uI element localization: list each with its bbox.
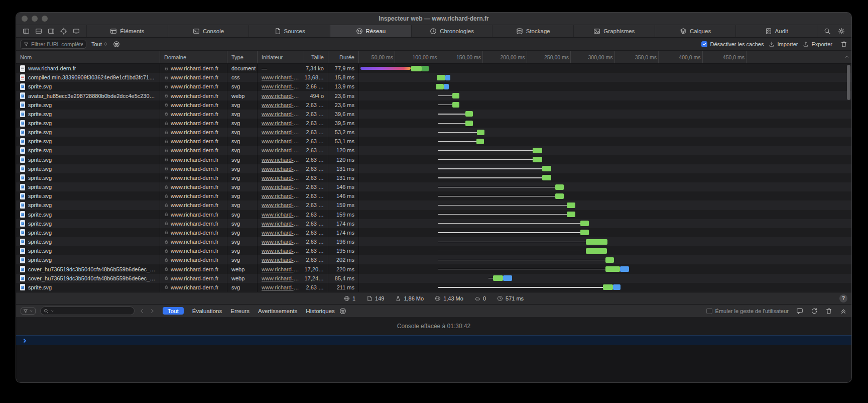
circle-filter-icon[interactable] (339, 308, 346, 315)
console-search-input[interactable] (56, 308, 131, 314)
emulate-user-gesture-checkbox[interactable] (706, 308, 712, 314)
url-filter-input[interactable] (31, 41, 83, 47)
disable-caches-toggle[interactable]: Désactiver les caches (701, 41, 764, 47)
titlebar[interactable]: Inspecteur web — www.richard-dern.fr (16, 13, 851, 25)
chevron-up-icon[interactable] (844, 54, 849, 59)
tab-console[interactable]: Console (168, 25, 249, 37)
initiator-link[interactable]: www.richard-d… (262, 102, 300, 108)
tab-elements[interactable]: Éléments (86, 25, 168, 37)
resource-type-select[interactable]: Tout (91, 41, 108, 47)
initiator-link[interactable]: www.richard-d… (262, 239, 300, 245)
initiator-link[interactable]: www.richard-d… (262, 275, 300, 281)
initiator-link[interactable]: www.richard-d… (262, 202, 300, 208)
console-tab-avertissements[interactable]: Avertissements (258, 308, 297, 314)
tab-storage[interactable]: Stockage (492, 25, 573, 37)
request-row[interactable]: avatar_hu85ecc3e298728880b0bde2dcc4e5c23… (16, 91, 851, 100)
console-tab-erreurs[interactable]: Erreurs (230, 308, 250, 314)
initiator-link[interactable]: www.richard-d… (262, 212, 300, 218)
request-row[interactable]: sprite.svgwww.richard-dern.frsvgwww.rich… (16, 155, 851, 164)
console-tab-tout[interactable]: Tout (163, 307, 184, 315)
initiator-link[interactable]: www.richard-d… (262, 157, 300, 163)
initiator-link[interactable]: www.richard-d… (262, 221, 300, 227)
initiator-link[interactable]: www.richard-d… (262, 111, 300, 117)
trash-icon[interactable] (825, 308, 832, 315)
initiator-link[interactable]: www.richard-d… (262, 184, 300, 190)
initiator-link[interactable]: www.richard-d… (262, 93, 300, 99)
tab-sources[interactable]: Sources (249, 25, 330, 37)
initiator-link[interactable]: www.richard-d… (262, 193, 300, 199)
tab-graphics[interactable]: Graphismes (573, 25, 655, 37)
tab-layers[interactable]: Calques (655, 25, 736, 37)
target-icon[interactable] (60, 28, 67, 35)
column-header-domaine[interactable]: Domaine (160, 51, 227, 63)
circle-filter-icon[interactable] (113, 41, 120, 48)
request-row[interactable]: sprite.svgwww.richard-dern.frsvgwww.rich… (16, 255, 851, 264)
initiator-link[interactable]: www.richard-d… (262, 248, 300, 254)
sidebar-left-icon[interactable] (23, 28, 30, 35)
request-row[interactable]: sprite.svgwww.richard-dern.frsvgwww.rich… (16, 200, 851, 210)
initiator-link[interactable]: www.richard-d… (262, 284, 300, 290)
column-header-durée[interactable]: Durée (328, 51, 359, 63)
initiator-link[interactable]: www.richard-d… (262, 175, 300, 181)
request-row[interactable]: cover_hu736519dc3b5040cfa48b6b559b6de6ec… (16, 274, 851, 283)
column-header-nom[interactable]: Nom (16, 51, 160, 63)
reload-icon[interactable] (811, 308, 818, 315)
request-row[interactable]: sprite.svgwww.richard-dern.frsvgwww.rich… (16, 119, 851, 128)
zoom-window-button[interactable] (42, 16, 48, 22)
chevron-left-icon[interactable] (139, 308, 145, 314)
column-header-initiateur[interactable]: Initiateur (258, 51, 304, 63)
request-row[interactable]: www.richard-dern.frwww.richard-dern.frdo… (16, 64, 851, 73)
initiator-link[interactable]: www.richard-d… (262, 147, 300, 153)
initiator-link[interactable]: www.richard-d… (262, 266, 300, 272)
vertical-scrollbar[interactable] (847, 65, 850, 100)
console-filter-button[interactable] (21, 308, 36, 315)
sidebar-right-icon[interactable] (48, 28, 55, 35)
request-row[interactable]: sprite.svgwww.richard-dern.frsvgwww.rich… (16, 219, 851, 228)
request-row[interactable]: sprite.svgwww.richard-dern.frsvgwww.rich… (16, 246, 851, 255)
minimize-window-button[interactable] (32, 16, 38, 22)
tab-audit[interactable]: Audit (735, 25, 817, 37)
device-icon[interactable] (73, 28, 80, 35)
column-header-type[interactable]: Type (227, 51, 258, 63)
request-row[interactable]: sprite.svgwww.richard-dern.frsvgwww.rich… (16, 210, 851, 219)
export-button[interactable]: Exporter (803, 41, 832, 47)
request-row[interactable]: sprite.svgwww.richard-dern.frsvgwww.rich… (16, 182, 851, 191)
trash-icon[interactable] (840, 41, 847, 48)
help-button[interactable]: ? (839, 294, 847, 303)
initiator-link[interactable]: www.richard-d… (262, 230, 300, 236)
console-search-field[interactable] (40, 307, 135, 315)
bubble-icon[interactable] (796, 308, 803, 315)
initiator-link[interactable]: www.richard-d… (262, 120, 300, 126)
request-row[interactable]: sprite.svgwww.richard-dern.frsvgwww.rich… (16, 128, 851, 137)
column-header-taille[interactable]: Taille (304, 51, 328, 63)
tab-network[interactable]: Réseau (330, 25, 411, 37)
request-row[interactable]: sprite.svgwww.richard-dern.frsvgwww.rich… (16, 191, 851, 200)
console-prompt[interactable] (16, 335, 851, 345)
request-row[interactable]: sprite.svgwww.richard-dern.frsvgwww.rich… (16, 237, 851, 246)
request-row[interactable]: sprite.svgwww.richard-dern.frsvgwww.rich… (16, 228, 851, 237)
url-filter-field[interactable] (20, 40, 86, 49)
console-tab-historiques[interactable]: Historiques (306, 308, 335, 314)
request-row[interactable]: sprite.svgwww.richard-dern.frsvgwww.rich… (16, 173, 851, 182)
tab-timelines[interactable]: Chronologies (411, 25, 492, 37)
chevron-right-icon[interactable] (149, 308, 155, 314)
disable-caches-checkbox[interactable] (701, 41, 707, 47)
initiator-link[interactable]: www.richard-d… (262, 166, 300, 172)
emulate-user-gesture-toggle[interactable]: Émuler le geste de l'utilisateur (706, 308, 789, 314)
request-row[interactable]: sprite.svgwww.richard-dern.frsvgwww.rich… (16, 82, 851, 91)
initiator-link[interactable]: www.richard-d… (262, 257, 300, 263)
panel-bottom-icon[interactable] (35, 28, 42, 35)
request-row[interactable]: sprite.svgwww.richard-dern.frsvgwww.rich… (16, 110, 851, 119)
initiator-link[interactable]: www.richard-d… (262, 138, 300, 144)
request-row[interactable]: sprite.svgwww.richard-dern.frsvgwww.rich… (16, 283, 851, 292)
import-button[interactable]: Importer (769, 41, 798, 47)
gear-icon[interactable] (838, 28, 845, 35)
request-row[interactable]: sprite.svgwww.richard-dern.frsvgwww.rich… (16, 137, 851, 146)
collapse-icon[interactable] (840, 308, 847, 315)
initiator-link[interactable]: www.richard-d… (262, 83, 300, 89)
request-row[interactable]: sprite.svgwww.richard-dern.frsvgwww.rich… (16, 146, 851, 155)
request-row[interactable]: compiled.min.38390909f303624ed9e1cf1bd3f… (16, 73, 851, 82)
request-row[interactable]: sprite.svgwww.richard-dern.frsvgwww.rich… (16, 164, 851, 173)
request-row[interactable]: cover_hu736519dc3b5040cfa48b6b559b6de6ec… (16, 264, 851, 273)
initiator-link[interactable]: www.richard-d… (262, 129, 300, 135)
